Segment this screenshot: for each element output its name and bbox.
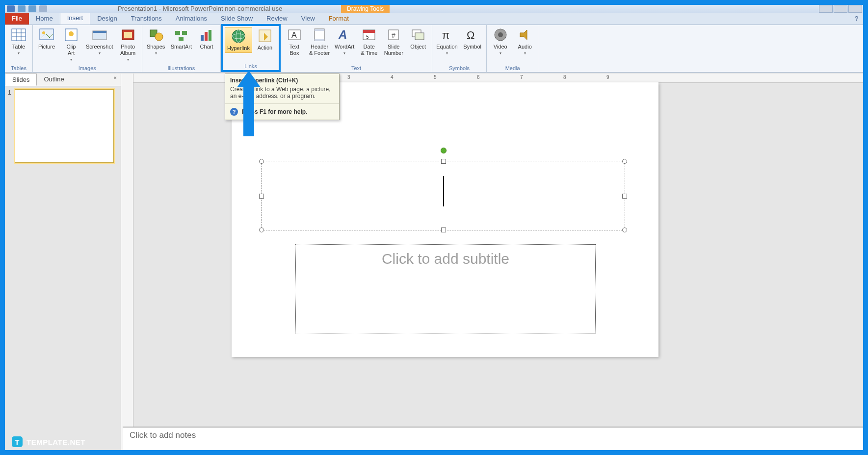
clipart-button[interactable]: Clip Art ▾ [59, 26, 83, 64]
chevron-down-icon: ▾ [500, 50, 501, 56]
chevron-down-icon: ▾ [155, 50, 157, 56]
table-label: Table [12, 44, 25, 50]
resize-handle[interactable] [259, 159, 264, 164]
audio-label: Audio [518, 44, 532, 50]
photoalbum-button[interactable]: Photo Album ▾ [116, 26, 140, 64]
title-bar: Presentation1 - Microsoft PowerPoint non… [5, 5, 863, 13]
textbox-icon: A [287, 27, 302, 43]
slide-thumb-number: 1 [8, 89, 11, 96]
ribbon: Table ▾ Tables Picture Clip Art ▾ [5, 25, 863, 73]
svg-rect-38 [415, 33, 424, 40]
chevron-down-icon: ▾ [18, 50, 20, 56]
tab-view[interactable]: View [294, 12, 322, 25]
tab-home[interactable]: Home [29, 12, 60, 25]
picture-button[interactable]: Picture [35, 26, 58, 51]
symbol-icon: Ω [465, 27, 480, 43]
tab-slides[interactable]: Slides [5, 74, 37, 86]
close-panel-icon[interactable]: × [109, 74, 121, 86]
chevron-down-icon: ▾ [446, 50, 448, 56]
ruler-mark: 4 [391, 75, 394, 80]
resize-handle[interactable] [441, 228, 446, 232]
ruler-mark: 8 [563, 75, 566, 80]
hyperlink-button[interactable]: Hyperlink [225, 27, 252, 53]
slidenumber-button[interactable]: # Slide Number [382, 26, 405, 57]
object-button[interactable]: Object [406, 26, 430, 51]
clipart-label: Clip Art [67, 44, 76, 56]
tab-review[interactable]: Review [260, 12, 294, 25]
table-button[interactable]: Table ▾ [7, 26, 30, 57]
equation-button[interactable]: π Equation ▾ [434, 26, 459, 57]
video-button[interactable]: Video ▾ [489, 26, 512, 57]
undo-icon[interactable] [18, 5, 26, 12]
photoalbum-icon [120, 27, 136, 43]
group-label-tables: Tables [7, 64, 30, 72]
tab-animations[interactable]: Animations [169, 12, 214, 25]
svg-point-14 [155, 33, 163, 41]
tab-slideshow[interactable]: Slide Show [214, 12, 260, 25]
rotate-handle[interactable] [441, 148, 447, 153]
resize-handle[interactable] [622, 159, 627, 164]
subtitle-placeholder[interactable]: Click to add subtitle [295, 244, 596, 333]
title-placeholder[interactable] [261, 161, 625, 230]
quick-access-toolbar [7, 5, 47, 12]
save-icon[interactable] [7, 5, 15, 12]
photoalbum-label: Photo Album [120, 44, 135, 56]
svg-rect-17 [179, 37, 184, 41]
close-button[interactable] [848, 5, 862, 13]
chart-button[interactable]: Chart [195, 26, 218, 51]
svg-rect-15 [175, 31, 180, 35]
text-cursor [443, 176, 444, 206]
resize-handle[interactable] [622, 228, 627, 232]
globe-icon [231, 28, 246, 44]
smartart-button[interactable]: SmartArt [169, 26, 194, 51]
chevron-down-icon: ▾ [524, 50, 526, 56]
slide-thumbnail-1[interactable] [15, 89, 114, 163]
tab-design[interactable]: Design [90, 12, 124, 25]
resize-handle[interactable] [622, 194, 627, 199]
resize-handle[interactable] [441, 159, 446, 164]
minimize-button[interactable] [819, 5, 833, 13]
group-label-links: Links [225, 62, 277, 70]
svg-text:5: 5 [366, 34, 369, 40]
textbox-button[interactable]: A Text Box [283, 26, 306, 57]
redo-icon[interactable] [28, 5, 36, 12]
svg-point-6 [42, 31, 45, 34]
slidenumber-icon: # [386, 27, 401, 43]
tab-insert[interactable]: Insert [60, 11, 91, 25]
header-footer-button[interactable]: Header & Footer [307, 26, 332, 57]
slide-canvas[interactable]: Click to add subtitle [232, 82, 658, 357]
context-tab-drawing-tools: Drawing Tools [341, 5, 390, 13]
group-label-text: Text [283, 64, 430, 72]
svg-text:A: A [338, 28, 347, 41]
resize-handle[interactable] [259, 194, 264, 199]
svg-rect-18 [201, 35, 204, 41]
subtitle-placeholder-text: Click to add subtitle [382, 251, 509, 267]
datetime-button[interactable]: 5 Date & Time [357, 26, 381, 57]
action-icon [257, 28, 273, 44]
svg-text:π: π [442, 29, 449, 41]
window-title: Presentation1 - Microsoft PowerPoint non… [118, 5, 282, 12]
tab-transitions[interactable]: Transitions [124, 12, 169, 25]
resize-handle[interactable] [259, 228, 264, 232]
qat-dropdown-icon[interactable] [39, 5, 47, 12]
chevron-down-icon: ▾ [99, 50, 101, 56]
ribbon-help-icon[interactable]: ? [850, 13, 863, 25]
audio-button[interactable]: Audio ▾ [513, 26, 537, 57]
action-button[interactable]: Action [253, 27, 277, 52]
notes-pane[interactable]: Click to add notes [123, 427, 863, 450]
maximize-button[interactable] [834, 5, 847, 13]
tab-outline[interactable]: Outline [37, 74, 71, 86]
equation-label: Equation [436, 44, 457, 50]
chevron-down-icon: ▾ [343, 50, 345, 56]
ruler-mark: 7 [520, 75, 523, 80]
help-icon: ? [230, 108, 238, 116]
shapes-button[interactable]: Shapes ▾ [144, 26, 168, 57]
header-footer-icon [312, 27, 327, 43]
wordart-button[interactable]: A WordArt ▾ [333, 26, 356, 57]
tab-file[interactable]: File [5, 12, 29, 25]
annotation-arrow [239, 73, 259, 136]
screenshot-button[interactable]: Screenshot ▾ [84, 26, 115, 57]
group-links: Hyperlink Action Links [221, 24, 281, 72]
symbol-button[interactable]: Ω Symbol [461, 26, 484, 51]
tab-format[interactable]: Format [322, 12, 356, 25]
